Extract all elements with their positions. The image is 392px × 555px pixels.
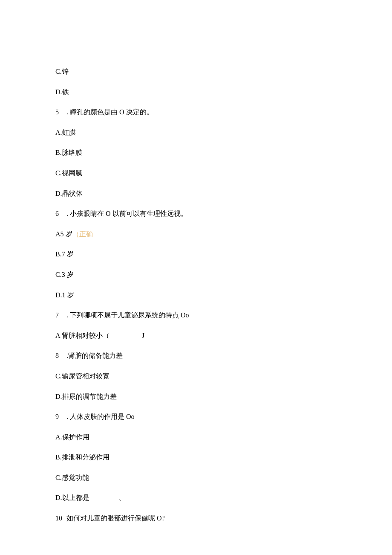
q5-stem: 5. 瞳孔的颜色是由 O 决定的。: [55, 107, 337, 118]
q6-number: 6: [55, 208, 59, 219]
q7-option-a-prefix: A 肾脏相对较小（: [55, 332, 110, 339]
q5-option-a: A.虹膜: [55, 127, 337, 138]
q7-option-c: C.输尿管相对较宽: [55, 371, 337, 382]
q9-option-c: C.感觉功能: [55, 472, 337, 483]
q9-option-b: B.排泄和分泌作用: [55, 452, 337, 463]
q7-option-b: 8.肾脏的储备能力差: [55, 350, 337, 361]
q9-option-d-prefix: D.以上都是: [55, 494, 89, 501]
q7-text: . 下列哪项不属于儿童泌尿系统的特点 Oo: [66, 311, 189, 319]
q7-number: 7: [55, 310, 59, 321]
q9-option-d: D.以上都是、: [55, 492, 337, 503]
q6-option-a-text: A5 岁: [55, 230, 72, 238]
q10-text: 如何对儿童的眼部进行保健呢 O?: [66, 514, 165, 522]
q7-b-number: 8: [55, 350, 59, 361]
q4-option-c: C.锌: [55, 66, 337, 77]
q5-option-c: C.视网膜: [55, 168, 337, 179]
q10-number: 10: [55, 513, 62, 524]
q7-option-a: A 肾脏相对较小（J: [55, 330, 337, 341]
q9-stem: 9. 人体皮肤的作用是 Oo: [55, 411, 337, 422]
q5-number: 5: [55, 107, 59, 118]
q7-option-b-text: .肾脏的储备能力差: [66, 352, 123, 359]
q9-option-a: A.保护作用: [55, 432, 337, 443]
q5-option-d: D.晶状体: [55, 188, 337, 199]
q9-number: 9: [55, 411, 59, 422]
q6-option-d: D.1 岁: [55, 290, 337, 301]
q6-option-b: B.7 岁: [55, 249, 337, 260]
q6-stem: 6. 小孩眼睛在 O 以前可以有生理性远视。: [55, 208, 337, 219]
q6-option-c: C.3 岁: [55, 269, 337, 280]
q7-stem: 7. 下列哪项不属于儿童泌尿系统的特点 Oo: [55, 310, 337, 321]
q6-text: . 小孩眼睛在 O 以前可以有生理性远视。: [66, 210, 187, 217]
q10-stem: 10如何对儿童的眼部进行保健呢 O?: [55, 513, 337, 524]
q5-text: . 瞳孔的颜色是由 O 决定的。: [66, 108, 153, 116]
q9-option-d-suffix: 、: [118, 494, 125, 501]
q7-option-d: D.排尿的调节能力差: [55, 391, 337, 402]
q6-correct-note: （正确: [72, 230, 93, 238]
q9-text: . 人体皮肤的作用是 Oo: [66, 413, 135, 420]
q6-option-a: A5 岁（正确: [55, 229, 337, 240]
q7-option-a-suffix: J: [142, 332, 144, 339]
q4-option-d: D.铁: [55, 87, 337, 98]
q5-option-b: B.脉络膜: [55, 147, 337, 158]
